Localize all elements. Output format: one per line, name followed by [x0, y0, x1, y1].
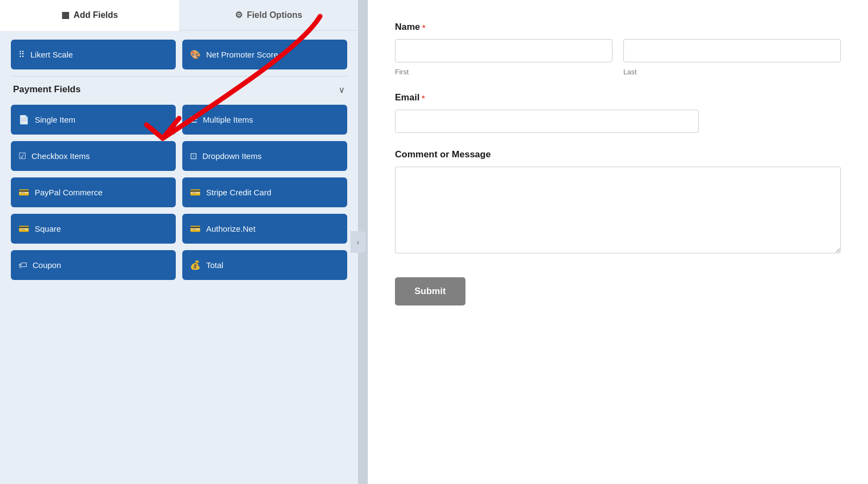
email-field-group: Email *	[395, 92, 841, 133]
multiple-items-button[interactable]: ☰ Multiple Items	[182, 105, 347, 135]
multiple-items-label: Multiple Items	[203, 115, 253, 124]
left-panel: ▦ Add Fields ⚙ Field Options ⠿ Likert Sc…	[0, 0, 358, 484]
square-icon: 💳	[18, 224, 29, 234]
name-required-star: *	[422, 23, 425, 32]
payment-fields-section-header[interactable]: Payment Fields ∨	[11, 76, 347, 103]
paypal-label: PayPal Commerce	[35, 188, 103, 197]
payment-fields-title: Payment Fields	[13, 84, 81, 95]
net-promoter-score-button[interactable]: 🎨 Net Promoter Score	[182, 40, 347, 69]
tabs-bar: ▦ Add Fields ⚙ Field Options	[0, 0, 358, 31]
total-label: Total	[206, 260, 224, 270]
single-item-label: Single Item	[35, 115, 75, 124]
checkbox-items-button[interactable]: ☑ Checkbox Items	[11, 141, 176, 171]
single-item-button[interactable]: 📄 Single Item	[11, 105, 176, 135]
net-promoter-icon: 🎨	[190, 49, 201, 60]
field-options-icon: ⚙	[235, 10, 242, 20]
checkbox-items-label: Checkbox Items	[31, 151, 90, 161]
name-field-group: Name * First Last	[395, 22, 841, 76]
authorize-net-icon: 💳	[190, 224, 201, 234]
collapse-toggle[interactable]: ‹	[350, 231, 366, 253]
dropdown-items-icon: ⊡	[190, 151, 197, 161]
right-panel: Name * First Last Email * Comment or Mes…	[368, 0, 868, 484]
tab-field-options[interactable]: ⚙ Field Options	[179, 0, 358, 30]
message-textarea[interactable]	[395, 167, 841, 253]
tab-field-options-label: Field Options	[247, 10, 302, 20]
email-input[interactable]	[395, 110, 699, 133]
coupon-button[interactable]: 🏷 Coupon	[11, 250, 176, 280]
total-button[interactable]: 💰 Total	[182, 250, 347, 280]
submit-label: Submit	[414, 286, 446, 296]
net-promoter-label: Net Promoter Score	[206, 50, 278, 59]
likert-scale-button[interactable]: ⠿ Likert Scale	[11, 40, 176, 69]
total-icon: 💰	[190, 260, 201, 270]
email-required-star: *	[422, 93, 425, 103]
coupon-label: Coupon	[33, 260, 61, 270]
square-label: Square	[35, 224, 61, 233]
top-row-buttons: ⠿ Likert Scale 🎨 Net Promoter Score	[11, 40, 347, 69]
fields-content: ⠿ Likert Scale 🎨 Net Promoter Score Paym…	[0, 31, 358, 484]
submit-button[interactable]: Submit	[395, 277, 465, 305]
paypal-icon: 💳	[18, 187, 29, 198]
dropdown-items-label: Dropdown Items	[202, 151, 261, 161]
first-name-sublabel: First	[395, 68, 612, 76]
last-name-sublabel: Last	[623, 68, 841, 76]
dropdown-items-button[interactable]: ⊡ Dropdown Items	[182, 141, 347, 171]
likert-scale-icon: ⠿	[18, 49, 25, 60]
name-fields-row: First Last	[395, 39, 841, 76]
multiple-items-icon: ☰	[190, 114, 197, 125]
first-name-wrapper: First	[395, 39, 612, 76]
message-field-group: Comment or Message	[395, 149, 841, 256]
coupon-icon: 🏷	[18, 260, 27, 270]
name-label: Name *	[395, 22, 841, 33]
checkbox-items-icon: ☑	[18, 151, 26, 161]
authorize-net-label: Authorize.Net	[206, 224, 256, 233]
tab-add-fields[interactable]: ▦ Add Fields	[0, 0, 179, 31]
add-fields-icon: ▦	[61, 10, 69, 20]
likert-scale-label: Likert Scale	[30, 50, 73, 59]
first-name-input[interactable]	[395, 39, 612, 62]
payment-fields-grid: 📄 Single Item ☰ Multiple Items ☑ Checkbo…	[11, 105, 347, 280]
stripe-icon: 💳	[190, 187, 201, 198]
last-name-wrapper: Last	[623, 39, 841, 76]
email-label: Email *	[395, 92, 841, 103]
stripe-credit-card-button[interactable]: 💳 Stripe Credit Card	[182, 177, 347, 207]
payment-fields-chevron: ∨	[339, 85, 345, 95]
single-item-icon: 📄	[18, 114, 29, 125]
stripe-label: Stripe Credit Card	[206, 188, 271, 197]
tab-add-fields-label: Add Fields	[74, 10, 118, 20]
paypal-commerce-button[interactable]: 💳 PayPal Commerce	[11, 177, 176, 207]
message-label: Comment or Message	[395, 149, 841, 160]
last-name-input[interactable]	[623, 39, 841, 62]
authorize-net-button[interactable]: 💳 Authorize.Net	[182, 214, 347, 244]
square-button[interactable]: 💳 Square	[11, 214, 176, 244]
